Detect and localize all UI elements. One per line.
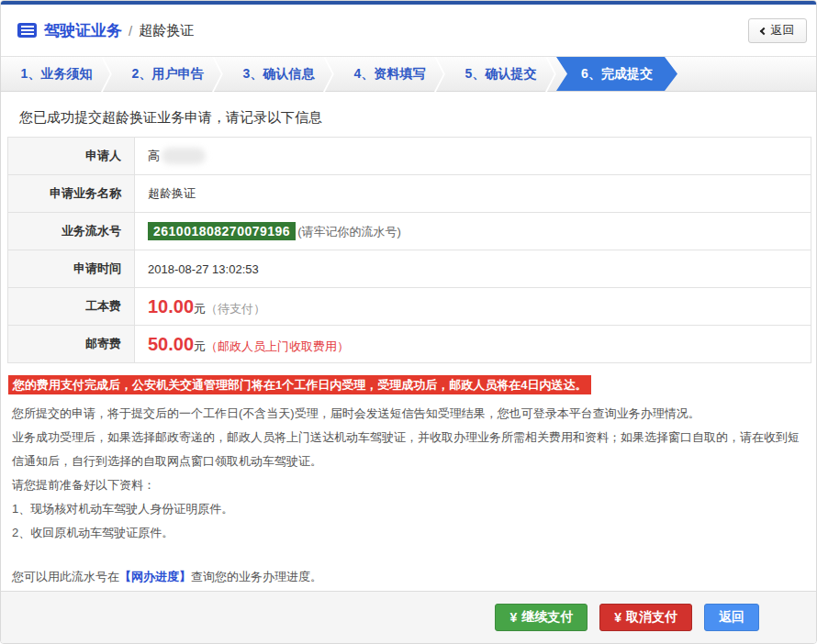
step-3-confirm-info: 3、确认信息 [223, 57, 334, 91]
step-separator [212, 57, 222, 74]
step-separator [545, 57, 555, 74]
production-fee-note: （待支付） [206, 302, 265, 316]
notice-item-2: 2、收回原机动车驾驶证原件。 [12, 521, 805, 545]
application-info-table: 申请人 高 申请业务名称 超龄换证 业务流水号 2610018082700791… [7, 137, 811, 363]
back-button-bottom[interactable]: 返回 [704, 604, 759, 631]
progress-link[interactable]: 【网办进度】 [119, 570, 191, 583]
serial-number-value: 261001808270079196(请牢记你的流水号) [135, 213, 811, 250]
page-header: 驾驶证业务 / 超龄换证 返回 [1, 5, 816, 56]
step-separator [101, 74, 111, 92]
step-label: 2、用户申告 [132, 66, 204, 83]
breadcrumb-current: 超龄换证 [139, 22, 194, 39]
step-separator [212, 74, 222, 92]
progress-suffix: 查询您的业务办理进度。 [191, 570, 322, 583]
alert-wrapper: 您的费用支付完成后，公安机关交通管理部门将在1个工作日内受理，受理成功后，邮政人… [8, 375, 816, 394]
list-icon [17, 23, 37, 38]
table-row-production-fee: 工本费 10.00元（待支付） [8, 288, 811, 326]
postage-fee-unit: 元 [194, 339, 206, 353]
step-2-user-declaration: 2、用户申告 [112, 57, 223, 91]
postage-fee-value: 50.00元（邮政人员上门收取费用） [135, 326, 811, 363]
apply-time-label: 申请时间 [8, 250, 135, 288]
progress-prefix: 您可以用此流水号在 [12, 570, 119, 583]
yen-icon: ¥ [509, 610, 517, 625]
business-name-value: 超龄换证 [135, 175, 811, 213]
step-separator [434, 57, 444, 74]
production-fee-value: 10.00元（待支付） [135, 288, 811, 326]
applicant-name: 高 [148, 149, 160, 162]
success-message: 您已成功提交超龄换证业务申请，请记录以下信息 [19, 109, 816, 127]
applicant-name-redacted [162, 148, 206, 164]
postage-fee-note: （邮政人员上门收取费用） [206, 339, 349, 353]
postage-fee-label: 邮寄费 [8, 326, 135, 363]
continue-pay-label: 继续支付 [521, 609, 573, 626]
applicant-label: 申请人 [8, 138, 135, 175]
table-row-applicant: 申请人 高 [8, 138, 811, 175]
step-wizard: 1、业务须知 2、用户申告 3、确认信息 4、资料填写 5、确认提交 6、完成提… [1, 56, 816, 92]
continue-pay-button[interactable]: ¥ 继续支付 [495, 604, 588, 631]
breadcrumb-separator: / [129, 23, 132, 39]
serial-number-label: 业务流水号 [8, 213, 135, 250]
notice-paragraph-1: 您所提交的申请，将于提交后的一个工作日(不含当天)受理，届时会发送短信告知受理结… [12, 402, 805, 426]
step-6-complete-submit-active: 6、完成提交 [556, 57, 677, 91]
progress-query-line: 您可以用此流水号在【网办进度】查询您的业务办理进度。 [12, 565, 805, 589]
table-row-postage-fee: 邮寄费 50.00元（邮政人员上门收取费用） [8, 326, 811, 363]
postage-fee-amount: 50.00 [148, 334, 194, 354]
production-fee-label: 工本费 [8, 288, 135, 326]
step-separator [545, 74, 555, 92]
step-label: 6、完成提交 [581, 66, 653, 83]
notice-paragraph-3: 请您提前准备好以下资料： [12, 473, 805, 497]
table-row-business-name: 申请业务名称 超龄换证 [8, 175, 811, 213]
production-fee-unit: 元 [194, 302, 206, 316]
notice-text-block: 您所提交的申请，将于提交后的一个工作日(不含当天)受理，届时会发送短信告知受理结… [1, 398, 816, 589]
step-label: 1、业务须知 [21, 66, 93, 83]
step-label: 5、确认提交 [465, 66, 537, 83]
back-button-top-label: 返回 [771, 22, 795, 39]
cancel-pay-label: 取消支付 [626, 609, 677, 626]
step-separator [323, 57, 333, 74]
step-1-business-notice: 1、业务须知 [1, 57, 112, 91]
step-label: 4、资料填写 [354, 66, 426, 83]
back-button-top[interactable]: 返回 [748, 18, 807, 43]
step-separator [101, 57, 111, 74]
serial-number-note: (请牢记你的流水号) [297, 225, 401, 239]
apply-time-value: 2018-08-27 13:02:53 [135, 250, 811, 288]
page-title: 驾驶证业务 [44, 20, 122, 41]
page-card: 驾驶证业务 / 超龄换证 返回 1、业务须知 2、用户申告 3、确认信息 4、资… [0, 0, 817, 644]
table-row-apply-time: 申请时间 2018-08-27 13:02:53 [8, 250, 811, 288]
step-separator [323, 74, 333, 92]
footer-action-bar: ¥ 继续支付 ¥ 取消支付 返回 [1, 591, 816, 643]
notice-item-1: 1、现场核对机动车驾驶人身份证明原件。 [12, 497, 805, 521]
yen-icon: ¥ [614, 610, 621, 625]
table-row-serial-number: 业务流水号 261001808270079196(请牢记你的流水号) [8, 213, 811, 250]
step-5-confirm-submit: 5、确认提交 [445, 57, 556, 91]
applicant-value: 高 [135, 138, 811, 175]
back-button-bottom-label: 返回 [719, 609, 744, 626]
business-name-label: 申请业务名称 [8, 175, 135, 213]
notice-paragraph-2: 业务成功受理后，如果选择邮政寄递的，邮政人员将上门送达机动车驾驶证，并收取办理业… [12, 426, 805, 473]
payment-alert-banner: 您的费用支付完成后，公安机关交通管理部门将在1个工作日内受理，受理成功后，邮政人… [8, 375, 591, 394]
step-separator [434, 74, 444, 92]
step-4-fill-materials: 4、资料填写 [334, 57, 445, 91]
chevron-left-icon [759, 27, 767, 34]
production-fee-amount: 10.00 [148, 296, 194, 316]
step-label: 3、确认信息 [243, 66, 315, 83]
cancel-pay-button[interactable]: ¥ 取消支付 [599, 604, 692, 631]
serial-number-badge: 261001808270079196 [148, 222, 296, 240]
